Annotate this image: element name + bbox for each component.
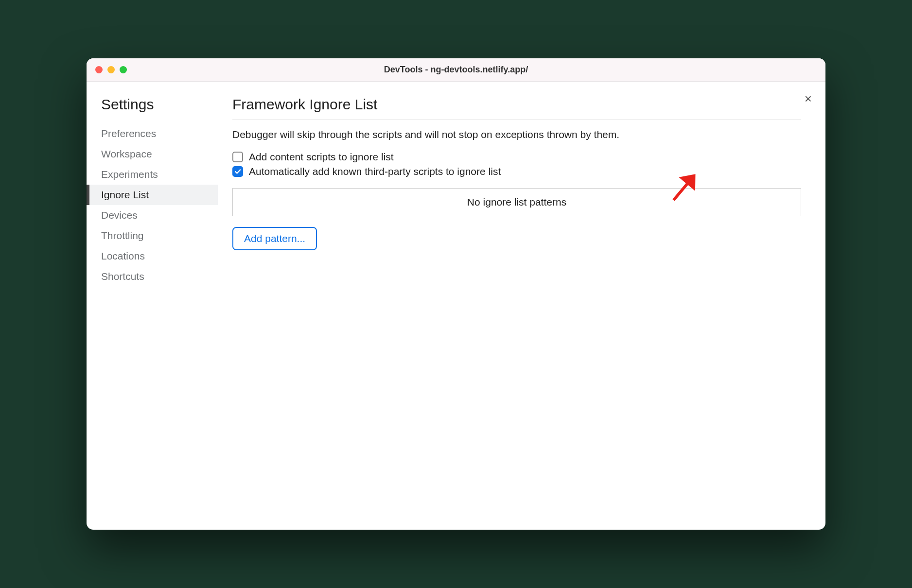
checkbox-content-scripts[interactable] <box>232 152 243 162</box>
sidebar-item-ignore-list[interactable]: Ignore List <box>87 185 218 205</box>
checkbox-label: Add content scripts to ignore list <box>249 151 394 163</box>
sidebar-item-experiments[interactable]: Experiments <box>87 164 218 185</box>
patterns-empty-label: No ignore list patterns <box>467 196 566 208</box>
devtools-window: DevTools - ng-devtools.netlify.app/ Sett… <box>87 58 825 530</box>
settings-sidebar: Settings Preferences Workspace Experimen… <box>87 82 218 530</box>
close-window-button[interactable] <box>95 66 103 73</box>
settings-main: × Framework Ignore List Debugger will sk… <box>218 82 825 530</box>
settings-heading: Settings <box>87 96 218 123</box>
window-title: DevTools - ng-devtools.netlify.app/ <box>87 65 825 75</box>
close-settings-button[interactable]: × <box>805 92 812 105</box>
page-title: Framework Ignore List <box>232 96 801 120</box>
sidebar-item-preferences[interactable]: Preferences <box>87 123 218 144</box>
add-pattern-button[interactable]: Add pattern... <box>232 227 317 250</box>
checkbox-row-third-party[interactable]: Automatically add known third-party scri… <box>232 166 801 177</box>
ignore-patterns-box: No ignore list patterns <box>232 188 801 216</box>
sidebar-item-throttling[interactable]: Throttling <box>87 225 218 246</box>
sidebar-item-locations[interactable]: Locations <box>87 246 218 266</box>
checkbox-third-party[interactable] <box>232 166 243 177</box>
sidebar-item-devices[interactable]: Devices <box>87 205 218 225</box>
maximize-window-button[interactable] <box>120 66 127 73</box>
settings-nav-list: Preferences Workspace Experiments Ignore… <box>87 123 218 287</box>
traffic-lights <box>95 66 127 73</box>
titlebar: DevTools - ng-devtools.netlify.app/ <box>87 58 825 82</box>
sidebar-item-shortcuts[interactable]: Shortcuts <box>87 266 218 287</box>
sidebar-item-workspace[interactable]: Workspace <box>87 144 218 164</box>
checkbox-label: Automatically add known third-party scri… <box>249 166 501 177</box>
checkmark-icon <box>234 168 241 175</box>
minimize-window-button[interactable] <box>107 66 115 73</box>
checkbox-row-content-scripts[interactable]: Add content scripts to ignore list <box>232 151 801 163</box>
settings-content: Settings Preferences Workspace Experimen… <box>87 82 825 530</box>
page-description: Debugger will skip through the scripts a… <box>232 129 801 140</box>
